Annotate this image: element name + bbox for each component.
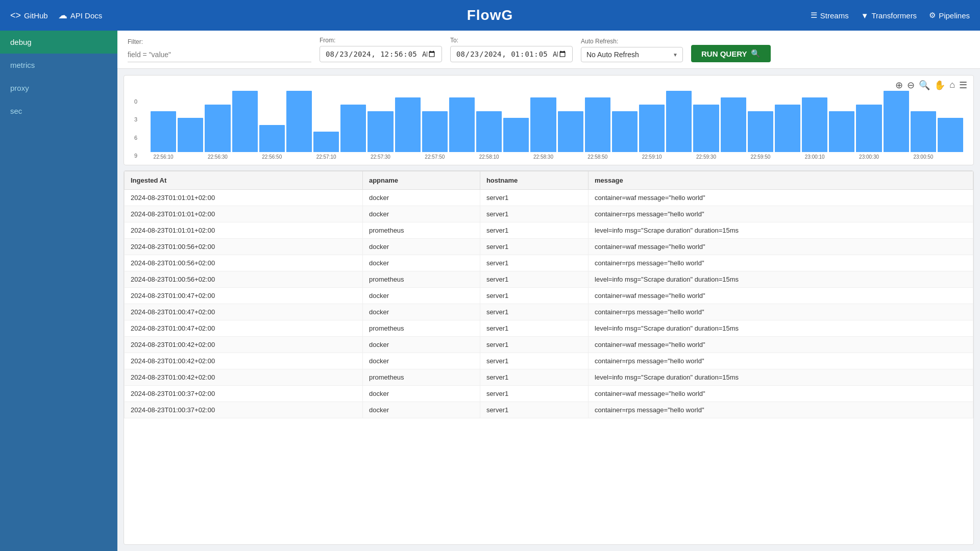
table-cell: server1 (480, 271, 588, 288)
table-cell: server1 (480, 288, 588, 304)
chart-bar (775, 105, 800, 152)
table-cell: 2024-08-23T01:00:42+02:00 (125, 353, 363, 369)
x-axis-label (286, 154, 312, 160)
table-row[interactable]: 2024-08-23T01:00:56+02:00dockerserver1co… (125, 255, 973, 271)
query-bar: Filter: From: To: Auto Refresh: No Auto … (117, 31, 980, 69)
chart-bar (585, 97, 610, 152)
table-cell: docker (362, 304, 480, 320)
table-cell: server1 (480, 320, 588, 337)
table-cell: 2024-08-23T01:00:37+02:00 (125, 386, 363, 402)
y-axis: 9630 (134, 98, 146, 160)
table-cell: server1 (480, 402, 588, 418)
table-cell: 2024-08-23T01:01:01+02:00 (125, 222, 363, 239)
table-cell: server1 (480, 386, 588, 402)
table-cell: prometheus (362, 320, 480, 337)
x-axis-label (884, 154, 909, 160)
filter-label: Filter: (128, 38, 311, 45)
table-cell: 2024-08-23T01:01:01+02:00 (125, 206, 363, 222)
table-cell: server1 (480, 304, 588, 320)
x-axis-label (232, 154, 258, 160)
table-row[interactable]: 2024-08-23T01:00:56+02:00dockerserver1co… (125, 239, 973, 255)
chart-bar (395, 97, 421, 152)
table-cell: container=waf message="hello world" (589, 337, 973, 353)
table-cell: level=info msg="Scrape duration" duratio… (589, 320, 973, 337)
bars-area: 22:56:1022:56:3022:56:5022:57:1022:57:30… (151, 91, 963, 160)
x-axis-label: 22:59:30 (693, 154, 719, 160)
sidebar-item-metrics[interactable]: metrics (0, 54, 117, 77)
table-header-row: Ingested Atappnamehostnamemessage (125, 171, 973, 190)
table-row[interactable]: 2024-08-23T01:00:56+02:00prometheusserve… (125, 271, 973, 288)
chart-bar (530, 97, 556, 152)
x-axis-label: 22:59:10 (639, 154, 665, 160)
chart-bar (938, 118, 963, 152)
table-cell: docker (362, 255, 480, 271)
search-icon: 🔍 (751, 49, 761, 58)
run-query-button[interactable]: RUN QUERY 🔍 (691, 45, 771, 62)
sidebar-item-sec[interactable]: sec (0, 99, 117, 122)
auto-refresh-select[interactable]: No Auto Refresh 5 seconds 10 seconds 30 … (581, 47, 683, 62)
table-scroll[interactable]: Ingested Atappnamehostnamemessage 2024-0… (124, 171, 973, 544)
chart-bar (313, 132, 339, 152)
table-row[interactable]: 2024-08-23T01:01:01+02:00dockerserver1co… (125, 190, 973, 206)
table-row[interactable]: 2024-08-23T01:00:47+02:00dockerserver1co… (125, 288, 973, 304)
table-header-cell: Ingested At (125, 171, 363, 190)
chart-bar (558, 111, 583, 152)
chart-bar (693, 105, 719, 152)
table-cell: server1 (480, 190, 588, 206)
transformers-nav-item[interactable]: ▼ Transformers (861, 11, 917, 20)
from-datetime-input[interactable] (320, 46, 442, 62)
chart-bar (368, 111, 393, 152)
table-cell: server1 (480, 255, 588, 271)
pipelines-label: Pipelines (939, 11, 970, 20)
streams-label: Streams (820, 11, 849, 20)
sidebar-item-debug[interactable]: debug (0, 31, 117, 54)
table-header-cell: hostname (480, 171, 588, 190)
table-row[interactable]: 2024-08-23T01:00:42+02:00dockerserver1co… (125, 353, 973, 369)
chart-bar (802, 97, 827, 152)
x-labels: 22:56:1022:56:3022:56:5022:57:1022:57:30… (151, 154, 963, 160)
x-axis-label (775, 154, 800, 160)
x-axis-label (829, 154, 854, 160)
table-row[interactable]: 2024-08-23T01:00:47+02:00dockerserver1co… (125, 304, 973, 320)
chart-bar (884, 91, 909, 152)
table-row[interactable]: 2024-08-23T01:00:42+02:00prometheusserve… (125, 369, 973, 386)
x-axis-label: 22:56:10 (151, 154, 176, 160)
table-header-cell: appname (362, 171, 480, 190)
table-cell: 2024-08-23T01:00:56+02:00 (125, 271, 363, 288)
y-axis-label: 0 (134, 98, 146, 105)
apidocs-link[interactable]: ☁ API Docs (58, 10, 103, 21)
table-row[interactable]: 2024-08-23T01:00:37+02:00dockerserver1co… (125, 402, 973, 418)
table-cell: server1 (480, 206, 588, 222)
x-axis-label: 22:57:50 (422, 154, 448, 160)
table-cell: prometheus (362, 271, 480, 288)
x-axis-label (666, 154, 692, 160)
app-title: FlowG (467, 7, 513, 23)
x-axis-label: 22:57:30 (368, 154, 393, 160)
github-link[interactable]: <> GitHub (10, 10, 48, 21)
chart-area: 9630 22:56:1022:56:3022:56:5022:57:1022:… (134, 81, 963, 160)
table-row[interactable]: 2024-08-23T01:00:37+02:00dockerserver1co… (125, 386, 973, 402)
filter-input[interactable] (128, 47, 311, 62)
table-cell: server1 (480, 239, 588, 255)
chart-bar (340, 105, 366, 152)
table-cell: container=waf message="hello world" (589, 190, 973, 206)
table-cell: docker (362, 337, 480, 353)
table-row[interactable]: 2024-08-23T01:00:47+02:00prometheusserve… (125, 320, 973, 337)
topnav: <> GitHub ☁ API Docs FlowG ☰ Streams ▼ T… (0, 0, 980, 31)
table-row[interactable]: 2024-08-23T01:01:01+02:00prometheusserve… (125, 222, 973, 239)
table-cell: container=waf message="hello world" (589, 288, 973, 304)
chart-bar (639, 105, 665, 152)
streams-nav-item[interactable]: ☰ Streams (811, 11, 849, 20)
table-row[interactable]: 2024-08-23T01:00:42+02:00dockerserver1co… (125, 337, 973, 353)
table-cell: 2024-08-23T01:00:47+02:00 (125, 288, 363, 304)
table-cell: docker (362, 239, 480, 255)
transformers-icon: ▼ (861, 11, 869, 20)
pipelines-nav-item[interactable]: ⚙ Pipelines (929, 11, 970, 20)
chart-bar (911, 111, 936, 152)
table-row[interactable]: 2024-08-23T01:01:01+02:00dockerserver1co… (125, 206, 973, 222)
sidebar-item-proxy[interactable]: proxy (0, 77, 117, 99)
to-datetime-input[interactable] (450, 46, 573, 62)
x-axis-label (503, 154, 529, 160)
table-cell: server1 (480, 222, 588, 239)
table-cell: server1 (480, 369, 588, 386)
